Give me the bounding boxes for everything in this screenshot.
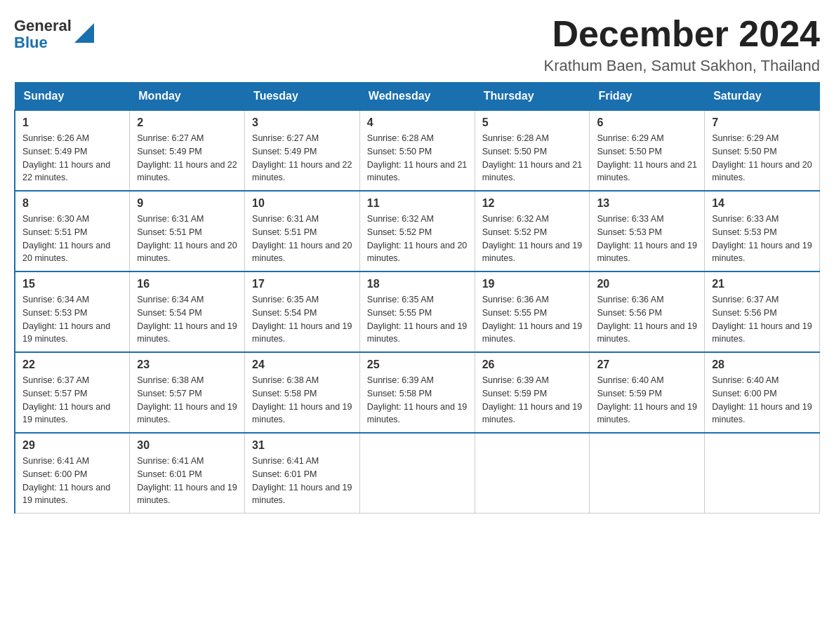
calendar-cell: 21 Sunrise: 6:37 AM Sunset: 5:56 PM Dayl… [705,271,820,352]
calendar-table: Sunday Monday Tuesday Wednesday Thursday… [14,82,820,514]
day-info: Sunrise: 6:40 AM Sunset: 6:00 PM Dayligh… [712,374,812,427]
daylight-label: Daylight: 11 hours and 21 minutes. [482,160,582,183]
calendar-cell [590,433,705,514]
sunrise-label: Sunrise: 6:34 AM [137,295,204,304]
month-title: December 2024 [544,14,820,54]
daylight-label: Daylight: 11 hours and 19 minutes. [137,321,237,344]
sunrise-label: Sunrise: 6:37 AM [712,295,779,304]
day-number: 4 [367,116,468,129]
calendar-cell: 25 Sunrise: 6:39 AM Sunset: 5:58 PM Dayl… [359,352,475,433]
calendar-cell: 26 Sunrise: 6:39 AM Sunset: 5:59 PM Dayl… [475,352,590,433]
day-info: Sunrise: 6:35 AM Sunset: 5:55 PM Dayligh… [367,293,468,346]
daylight-label: Daylight: 11 hours and 19 minutes. [482,241,582,264]
calendar-cell: 4 Sunrise: 6:28 AM Sunset: 5:50 PM Dayli… [359,110,475,191]
day-number: 21 [712,278,812,290]
logo-general-text: General [14,18,72,34]
title-block: December 2024 Krathum Baen, Samut Sakhon… [544,14,820,75]
sunset-label: Sunset: 5:59 PM [482,389,547,398]
sunrise-label: Sunrise: 6:32 AM [367,214,434,224]
day-info: Sunrise: 6:33 AM Sunset: 5:53 PM Dayligh… [712,213,812,265]
day-number: 10 [252,197,352,210]
day-number: 20 [597,278,697,290]
day-number: 31 [252,439,352,452]
header-monday: Monday [130,83,245,111]
sunset-label: Sunset: 5:59 PM [597,389,661,398]
week-row-2: 8 Sunrise: 6:30 AM Sunset: 5:51 PM Dayli… [15,191,820,271]
sunrise-label: Sunrise: 6:36 AM [482,295,549,304]
daylight-label: Daylight: 11 hours and 19 minutes. [597,321,696,344]
day-info: Sunrise: 6:41 AM Sunset: 6:01 PM Dayligh… [137,455,237,507]
header-thursday: Thursday [475,83,590,111]
day-info: Sunrise: 6:28 AM Sunset: 5:50 PM Dayligh… [367,132,468,185]
calendar-cell: 19 Sunrise: 6:36 AM Sunset: 5:55 PM Dayl… [475,271,590,352]
calendar-cell: 27 Sunrise: 6:40 AM Sunset: 5:59 PM Dayl… [590,352,705,433]
logo-icon [74,23,94,43]
day-info: Sunrise: 6:36 AM Sunset: 5:55 PM Dayligh… [482,293,583,346]
day-info: Sunrise: 6:41 AM Sunset: 6:01 PM Dayligh… [252,455,352,507]
header-saturday: Saturday [705,83,820,111]
sunset-label: Sunset: 5:51 PM [22,227,87,237]
daylight-label: Daylight: 11 hours and 19 minutes. [252,321,352,344]
calendar-cell: 16 Sunrise: 6:34 AM Sunset: 5:54 PM Dayl… [130,271,245,352]
day-info: Sunrise: 6:39 AM Sunset: 5:59 PM Dayligh… [482,374,583,427]
day-info: Sunrise: 6:36 AM Sunset: 5:56 PM Dayligh… [597,293,697,346]
sunset-label: Sunset: 5:50 PM [367,147,432,156]
sunrise-label: Sunrise: 6:41 AM [137,456,204,466]
sunrise-label: Sunrise: 6:33 AM [597,214,663,224]
calendar-cell: 22 Sunrise: 6:37 AM Sunset: 5:57 PM Dayl… [15,352,130,433]
header-friday: Friday [590,83,705,111]
day-info: Sunrise: 6:27 AM Sunset: 5:49 PM Dayligh… [137,132,237,185]
header-sunday: Sunday [15,83,130,111]
svg-marker-0 [74,23,94,43]
daylight-label: Daylight: 11 hours and 21 minutes. [367,160,467,183]
daylight-label: Daylight: 11 hours and 19 minutes. [22,483,110,506]
sunset-label: Sunset: 5:54 PM [252,308,317,318]
sunrise-label: Sunrise: 6:38 AM [252,375,319,385]
sunrise-label: Sunrise: 6:28 AM [367,133,434,143]
sunset-label: Sunset: 5:53 PM [712,227,776,237]
sunset-label: Sunset: 5:49 PM [137,147,201,156]
day-info: Sunrise: 6:34 AM Sunset: 5:53 PM Dayligh… [22,293,122,346]
sunrise-label: Sunrise: 6:41 AM [252,456,319,466]
sunset-label: Sunset: 5:53 PM [597,227,661,237]
daylight-label: Daylight: 11 hours and 19 minutes. [712,321,812,344]
sunset-label: Sunset: 5:58 PM [252,389,317,398]
sunset-label: Sunset: 5:55 PM [367,308,432,318]
day-number: 29 [22,439,122,452]
calendar-cell: 12 Sunrise: 6:32 AM Sunset: 5:52 PM Dayl… [475,191,590,271]
sunset-label: Sunset: 6:01 PM [252,469,317,479]
day-info: Sunrise: 6:35 AM Sunset: 5:54 PM Dayligh… [252,293,352,346]
sunset-label: Sunset: 5:49 PM [252,147,317,156]
daylight-label: Daylight: 11 hours and 20 minutes. [22,241,110,264]
sunset-label: Sunset: 5:50 PM [712,147,776,156]
page-header: General Blue December 2024 Krathum Baen,… [14,14,820,75]
day-info: Sunrise: 6:37 AM Sunset: 5:57 PM Dayligh… [22,374,122,427]
calendar-cell [475,433,590,514]
week-row-3: 15 Sunrise: 6:34 AM Sunset: 5:53 PM Dayl… [15,271,820,352]
sunset-label: Sunset: 5:53 PM [22,308,87,318]
location-subtitle: Krathum Baen, Samut Sakhon, Thailand [544,57,820,75]
calendar-cell: 5 Sunrise: 6:28 AM Sunset: 5:50 PM Dayli… [475,110,590,191]
daylight-label: Daylight: 11 hours and 19 minutes. [252,483,352,506]
header-wednesday: Wednesday [359,83,475,111]
sunset-label: Sunset: 5:57 PM [137,389,201,398]
day-info: Sunrise: 6:29 AM Sunset: 5:50 PM Dayligh… [712,132,812,185]
day-info: Sunrise: 6:32 AM Sunset: 5:52 PM Dayligh… [367,213,468,265]
logo: General Blue [14,14,94,51]
sunset-label: Sunset: 5:56 PM [597,308,661,318]
sunrise-label: Sunrise: 6:27 AM [137,133,204,143]
sunrise-label: Sunrise: 6:35 AM [367,295,434,304]
day-info: Sunrise: 6:26 AM Sunset: 5:49 PM Dayligh… [22,132,122,185]
calendar-cell: 13 Sunrise: 6:33 AM Sunset: 5:53 PM Dayl… [590,191,705,271]
day-number: 23 [137,358,237,371]
sunrise-label: Sunrise: 6:40 AM [597,375,663,385]
calendar-cell: 11 Sunrise: 6:32 AM Sunset: 5:52 PM Dayl… [359,191,475,271]
calendar-cell: 18 Sunrise: 6:35 AM Sunset: 5:55 PM Dayl… [359,271,475,352]
week-row-1: 1 Sunrise: 6:26 AM Sunset: 5:49 PM Dayli… [15,110,820,191]
sunrise-label: Sunrise: 6:26 AM [22,133,89,143]
day-number: 12 [482,197,583,210]
sunset-label: Sunset: 5:54 PM [137,308,201,318]
calendar-cell: 10 Sunrise: 6:31 AM Sunset: 5:51 PM Dayl… [245,191,360,271]
day-number: 3 [252,116,352,129]
daylight-label: Daylight: 11 hours and 19 minutes. [22,321,110,344]
